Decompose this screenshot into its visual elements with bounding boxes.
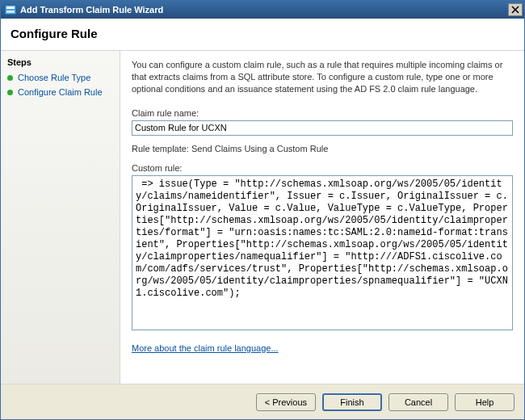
close-button[interactable] bbox=[508, 3, 523, 16]
claim-rule-name-input[interactable] bbox=[132, 120, 513, 136]
page-title: Configure Rule bbox=[10, 27, 514, 40]
rule-template-label: Rule template: Send Claims Using a Custo… bbox=[132, 144, 513, 153]
page-header: Configure Rule bbox=[1, 19, 524, 50]
step-label: Configure Claim Rule bbox=[18, 87, 103, 97]
bullet-icon bbox=[7, 90, 13, 95]
step-choose-rule-type[interactable]: Choose Rule Type bbox=[1, 70, 120, 85]
bullet-icon bbox=[7, 75, 13, 81]
main-pane: You can configure a custom claim rule, s… bbox=[120, 51, 524, 384]
window-title: Add Transform Claim Rule Wizard bbox=[20, 5, 508, 15]
content-area: Steps Choose Rule Type Configure Claim R… bbox=[1, 50, 524, 384]
wizard-window: Add Transform Claim Rule Wizard Configur… bbox=[0, 0, 525, 420]
help-button[interactable]: Help bbox=[455, 393, 514, 411]
steps-heading: Steps bbox=[1, 56, 120, 70]
app-icon bbox=[4, 3, 17, 16]
step-configure-claim-rule[interactable]: Configure Claim Rule bbox=[1, 85, 120, 99]
window-controls bbox=[508, 3, 523, 16]
intro-text: You can configure a custom claim rule, s… bbox=[132, 59, 513, 95]
cancel-button[interactable]: Cancel bbox=[388, 393, 448, 411]
custom-rule-textarea[interactable] bbox=[132, 175, 513, 330]
svg-rect-2 bbox=[6, 10, 15, 13]
svg-rect-0 bbox=[5, 5, 16, 15]
sidebar: Steps Choose Rule Type Configure Claim R… bbox=[1, 51, 120, 384]
step-label: Choose Rule Type bbox=[18, 73, 90, 82]
titlebar: Add Transform Claim Rule Wizard bbox=[1, 1, 524, 19]
finish-button[interactable]: Finish bbox=[322, 393, 382, 411]
svg-rect-1 bbox=[6, 6, 15, 9]
previous-button[interactable]: < Previous bbox=[256, 393, 316, 411]
claim-rule-name-label: Claim rule name: bbox=[132, 108, 513, 118]
button-bar: < Previous Finish Cancel Help bbox=[1, 384, 524, 419]
custom-rule-label: Custom rule: bbox=[132, 163, 513, 173]
more-about-language-link[interactable]: More about the claim rule language... bbox=[132, 343, 513, 353]
